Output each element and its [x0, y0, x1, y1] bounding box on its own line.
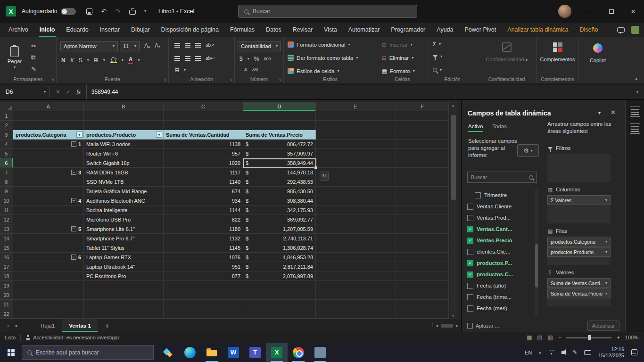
- pivot-header-suma-de-ventas-precio[interactable]: Suma de Ventas.Precio: [243, 130, 316, 140]
- cell[interactable]: [316, 234, 396, 243]
- cell[interactable]: $358,949.44: [243, 158, 316, 168]
- cell[interactable]: 1140: [164, 177, 243, 187]
- ribbon-tab-programador[interactable]: Programador: [385, 23, 431, 37]
- collapse-button[interactable]: −: [71, 198, 76, 203]
- format-painter-icon[interactable]: ✎: [31, 66, 36, 73]
- font-name-combo[interactable]: Aptos Narrow▾: [60, 41, 118, 51]
- taskbar-app-word[interactable]: W: [223, 343, 244, 362]
- panel-tab-todas[interactable]: Todas: [492, 123, 507, 132]
- sensitivity-button[interactable]: [477, 42, 536, 52]
- pivot-table-pane-icon[interactable]: [630, 107, 640, 117]
- ribbon-tab-vista[interactable]: Vista: [318, 23, 343, 37]
- area-box-filas[interactable]: productos.Categoria▾productos.Producto▾: [547, 237, 611, 265]
- cell[interactable]: [13, 215, 84, 224]
- cell[interactable]: SSD NVMe 1TB: [84, 177, 164, 187]
- cell[interactable]: $144,970.13: [243, 168, 316, 177]
- cell[interactable]: $292,438.53: [243, 177, 316, 187]
- align-left-icon[interactable]: [174, 56, 180, 61]
- addins-button[interactable]: [537, 42, 578, 52]
- cell[interactable]: [13, 309, 84, 319]
- cell[interactable]: [316, 281, 396, 290]
- cell[interactable]: [396, 290, 449, 300]
- insert-function-icon[interactable]: fx: [76, 89, 81, 96]
- conditional-formatting-button[interactable]: Formato condicional ▾: [288, 41, 350, 48]
- font-dialog-launcher-icon[interactable]: ↘: [163, 77, 166, 82]
- cell[interactable]: [13, 272, 84, 281]
- sheet-nav-left-icon[interactable]: ◂: [7, 323, 9, 328]
- hscroll-right-icon[interactable]: ▸: [456, 323, 458, 328]
- hscroll-left-icon[interactable]: ◂: [436, 323, 438, 328]
- decrease-decimal-icon[interactable]: .00→: [252, 67, 263, 72]
- cell[interactable]: 934: [164, 196, 243, 206]
- cell[interactable]: −1: [13, 140, 84, 149]
- cell[interactable]: Laptop Gamer RTX: [84, 253, 164, 262]
- percent-icon[interactable]: %: [254, 56, 259, 62]
- row-header-10[interactable]: 10: [0, 196, 13, 206]
- cell[interactable]: [316, 121, 396, 130]
- cell[interactable]: 957: [164, 149, 243, 158]
- collapse-ribbon-icon[interactable]: ▴: [635, 76, 637, 81]
- cell[interactable]: [84, 300, 164, 309]
- autosum-button[interactable]: Σ▾: [433, 41, 441, 47]
- cell[interactable]: [396, 168, 449, 177]
- find-select-button[interactable]: ▾: [433, 68, 442, 72]
- field-item-ventas-prod[interactable]: Ventas.Prod...: [467, 212, 532, 223]
- start-button[interactable]: [0, 343, 22, 362]
- field-item-ventas-cant[interactable]: ✓Ventas.Cant...: [467, 223, 532, 235]
- ribbon-tab-eduardo[interactable]: Eduardo: [60, 23, 94, 37]
- row-header-20[interactable]: 20: [0, 290, 13, 300]
- ribbon-tab-insertar[interactable]: Insertar: [94, 23, 125, 37]
- select-all-button[interactable]: [0, 102, 13, 111]
- copilot-button[interactable]: [579, 43, 617, 53]
- cell[interactable]: [316, 111, 396, 121]
- fill-color-chevron-icon[interactable]: ▾: [122, 58, 124, 62]
- defer-layout-option[interactable]: Aplazar ...: [467, 323, 499, 329]
- ribbon-tab-disposici-n-de-p-gina[interactable]: Disposición de página: [156, 23, 224, 37]
- cell[interactable]: Tablet 11" Stylus: [84, 243, 164, 253]
- cell[interactable]: −3: [13, 168, 84, 177]
- cell[interactable]: [316, 187, 396, 196]
- copy-icon[interactable]: ⧉: [31, 54, 36, 61]
- paste-button[interactable]: Pegar ▾: [4, 41, 25, 74]
- collapse-button[interactable]: −: [71, 141, 76, 147]
- zoom-in-icon[interactable]: +: [617, 335, 619, 340]
- cell[interactable]: [316, 158, 396, 168]
- page-break-view-icon[interactable]: ▥: [548, 334, 553, 341]
- volume-icon[interactable]: [561, 351, 564, 354]
- cell[interactable]: 1144: [164, 206, 243, 215]
- tools-button[interactable]: ⚙▾: [517, 144, 539, 157]
- field-checkbox[interactable]: [467, 294, 473, 300]
- cell[interactable]: $1,306,028.74: [243, 243, 316, 253]
- cell[interactable]: Malla WiFi 3 nodos: [84, 140, 164, 149]
- cell[interactable]: Micrófono USB Pro: [84, 215, 164, 224]
- wrap-text-icon[interactable]: ab↩: [206, 56, 215, 61]
- sheet-nav-right-icon[interactable]: ▸: [16, 323, 18, 328]
- field-checkbox[interactable]: ✓: [467, 238, 473, 244]
- field-checkbox[interactable]: [467, 305, 473, 312]
- cell[interactable]: [13, 300, 84, 309]
- filter-button[interactable]: ▾: [156, 132, 162, 138]
- taskbar-app-edge[interactable]: [179, 343, 201, 362]
- row-header-2[interactable]: 2: [0, 121, 13, 130]
- cell[interactable]: 1076: [164, 253, 243, 262]
- row-header-8[interactable]: 8: [0, 177, 13, 187]
- panel-tab-activo[interactable]: Activo: [468, 123, 483, 132]
- cell[interactable]: [13, 243, 84, 253]
- collapse-button[interactable]: −: [71, 255, 76, 260]
- row-header-1[interactable]: 1: [0, 111, 13, 121]
- taskbar-app-file-explorer[interactable]: [201, 343, 223, 362]
- tray-chevron-up-icon[interactable]: ▴: [539, 350, 541, 354]
- field-checkbox[interactable]: [475, 192, 481, 198]
- sheet-tab-hoja1[interactable]: Hoja1: [34, 319, 61, 332]
- ribbon-tab-datos[interactable]: Datos: [260, 23, 287, 37]
- cell[interactable]: 1138: [164, 140, 243, 149]
- cell[interactable]: $2,817,211.84: [243, 262, 316, 272]
- cell[interactable]: 1145: [164, 243, 243, 253]
- horizontal-scrollbar[interactable]: ⁞ ◂ ▸: [431, 323, 458, 328]
- cell[interactable]: [13, 111, 84, 121]
- normal-view-icon[interactable]: ▦: [527, 334, 532, 341]
- area-chip-valores[interactable]: Σ Valores▾: [547, 195, 611, 205]
- cell[interactable]: [316, 224, 396, 234]
- cell[interactable]: [396, 196, 449, 206]
- cell[interactable]: $1,207,005.59: [243, 224, 316, 234]
